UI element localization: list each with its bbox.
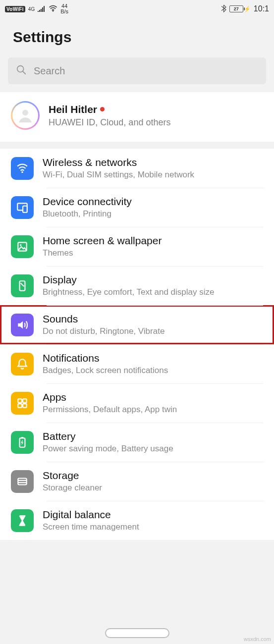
item-storage[interactable]: Storage Storage cleaner xyxy=(0,462,274,501)
item-title: Apps xyxy=(43,391,263,403)
net-speed: 44 B/s xyxy=(60,3,68,14)
item-digital-balance[interactable]: Digital balance Screen time management xyxy=(0,501,274,540)
clock: 10:1 xyxy=(254,4,269,13)
charging-icon: ⚡ xyxy=(244,6,251,12)
status-bar: VoWiFi 4G 44 B/s 27 ⚡ 10:1 xyxy=(0,0,274,18)
battery-icon xyxy=(11,431,34,454)
search-container: Search xyxy=(0,57,274,84)
status-right: 27 ⚡ 10:1 xyxy=(221,4,269,14)
svg-point-3 xyxy=(22,109,28,115)
item-subtitle: Brightness, Eye comfort, Text and displa… xyxy=(43,287,263,297)
account-text: Heil Hitler HUAWEI ID, Cloud, and others xyxy=(49,104,263,128)
device-connectivity-icon xyxy=(11,196,34,219)
wifi-icon xyxy=(49,5,57,13)
notifications-icon xyxy=(11,353,34,376)
vowifi-badge: VoWiFi xyxy=(5,6,25,12)
page-title: Settings xyxy=(0,18,274,57)
display-icon xyxy=(11,274,34,297)
item-subtitle: Power saving mode, Battery usage xyxy=(43,444,263,454)
battery-level: 27 xyxy=(229,5,243,12)
item-apps[interactable]: Apps Permissions, Default apps, App twin xyxy=(0,383,274,423)
storage-icon xyxy=(11,470,34,493)
item-title: Wireless & networks xyxy=(43,157,263,168)
item-title: Display xyxy=(43,274,263,286)
watermark: wsxdn.com xyxy=(244,636,271,642)
nav-pill[interactable] xyxy=(105,628,169,638)
svg-point-8 xyxy=(20,244,21,246)
bluetooth-icon xyxy=(221,4,226,14)
item-battery[interactable]: Battery Power saving mode, Battery usage xyxy=(0,423,274,462)
account-subtitle: HUAWEI ID, Cloud, and others xyxy=(49,117,263,128)
network-type: 4G xyxy=(28,7,35,11)
item-subtitle: Bluetooth, Printing xyxy=(43,209,263,219)
search-placeholder: Search xyxy=(34,65,65,77)
item-subtitle: Wi-Fi, Dual SIM settings, Mobile network xyxy=(43,170,263,180)
item-wireless-networks[interactable]: Wireless & networks Wi-Fi, Dual SIM sett… xyxy=(0,149,274,188)
notification-dot-icon xyxy=(100,107,105,111)
avatar-placeholder-icon xyxy=(12,103,38,128)
svg-rect-11 xyxy=(18,399,22,403)
account-name: Heil Hitler xyxy=(49,104,97,115)
sounds-icon xyxy=(11,314,34,336)
svg-rect-13 xyxy=(18,404,22,408)
item-device-connectivity[interactable]: Device connectivity Bluetooth, Printing xyxy=(0,188,274,227)
account-row[interactable]: Heil Hitler HUAWEI ID, Cloud, and others xyxy=(0,92,274,142)
svg-rect-14 xyxy=(23,404,27,408)
svg-rect-12 xyxy=(23,399,27,403)
svg-rect-16 xyxy=(21,437,23,438)
item-title: Sounds xyxy=(43,313,263,325)
svg-rect-6 xyxy=(23,206,27,212)
item-subtitle: Storage cleaner xyxy=(43,483,263,493)
item-display[interactable]: Display Brightness, Eye comfort, Text an… xyxy=(0,266,274,305)
item-subtitle: Do not disturb, Ringtone, Vibrate xyxy=(43,326,263,336)
item-subtitle: Badges, Lock screen notifications xyxy=(43,366,263,376)
svg-point-4 xyxy=(21,171,23,172)
speed-unit: B/s xyxy=(60,9,68,14)
item-subtitle: Permissions, Default apps, App twin xyxy=(43,405,263,415)
network-4g: 4G xyxy=(28,7,35,11)
item-notifications[interactable]: Notifications Badges, Lock screen notifi… xyxy=(0,344,274,383)
item-home-wallpaper[interactable]: Home screen & wallpaper Themes xyxy=(0,227,274,266)
item-sounds[interactable]: Sounds Do not disturb, Ringtone, Vibrate xyxy=(0,305,274,344)
signal-bars-icon xyxy=(38,6,46,12)
item-subtitle: Screen time management xyxy=(43,522,263,532)
section-gap xyxy=(0,142,274,149)
settings-list: Wireless & networks Wi-Fi, Dual SIM sett… xyxy=(0,149,274,540)
svg-point-0 xyxy=(53,10,54,11)
wallpaper-icon xyxy=(11,235,34,258)
search-input[interactable]: Search xyxy=(8,57,266,84)
item-subtitle: Themes xyxy=(43,248,263,258)
wifi-settings-icon xyxy=(11,157,34,180)
digital-balance-icon xyxy=(11,509,34,532)
avatar xyxy=(11,101,40,130)
svg-line-10 xyxy=(21,283,24,286)
status-left: VoWiFi 4G 44 B/s xyxy=(5,3,68,14)
search-icon xyxy=(16,64,27,78)
item-title: Device connectivity xyxy=(43,196,263,208)
battery-indicator: 27 ⚡ xyxy=(229,5,251,12)
svg-rect-17 xyxy=(18,478,26,484)
item-title: Storage xyxy=(43,470,263,482)
svg-line-2 xyxy=(23,71,26,74)
svg-rect-9 xyxy=(20,281,25,291)
item-title: Battery xyxy=(43,430,263,442)
item-title: Home screen & wallpaper xyxy=(43,235,263,247)
item-title: Digital balance xyxy=(43,509,263,521)
apps-icon xyxy=(11,392,34,415)
item-title: Notifications xyxy=(43,352,263,364)
